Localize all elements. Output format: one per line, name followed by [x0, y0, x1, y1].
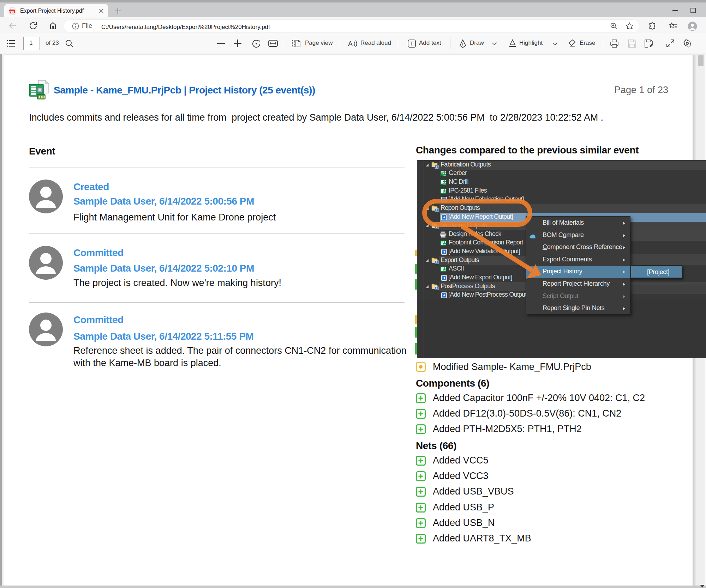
- svg-text:A: A: [348, 40, 353, 47]
- svg-text:PDF: PDF: [9, 10, 15, 13]
